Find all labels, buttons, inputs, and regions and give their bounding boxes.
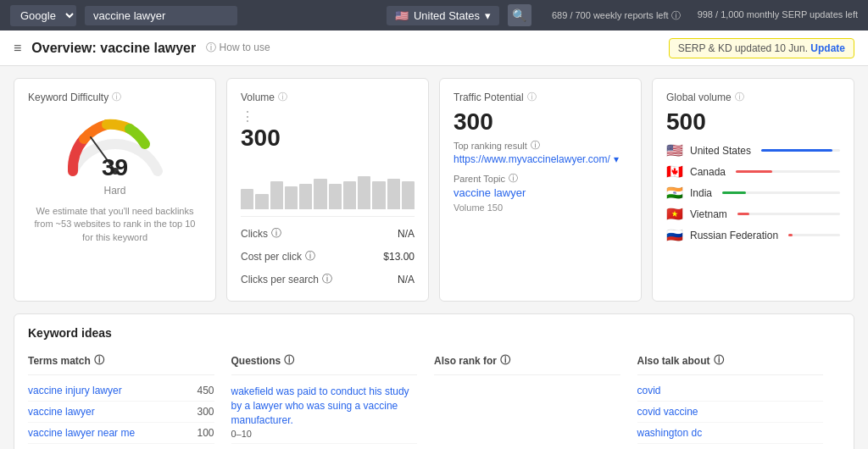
cpc-label: Cost per click <box>241 251 302 263</box>
bar-3 <box>270 181 283 209</box>
keyword-input[interactable] <box>85 6 237 25</box>
clicks-help-icon[interactable]: ⓘ <box>271 226 281 241</box>
cpc-value: $13.00 <box>383 251 415 263</box>
country-row-vn: 🇻🇳 Vietnam <box>666 206 840 222</box>
volume-menu-icon[interactable]: ⋮ <box>241 109 254 124</box>
terms-match-header: Terms match ⓘ <box>28 350 214 375</box>
vn-bar <box>737 213 750 215</box>
bar-10 <box>372 181 385 209</box>
bar-4 <box>285 186 298 209</box>
list-item: vaccine injury lawyer 450 <box>28 380 214 402</box>
top-result-label: Top ranking result ⓘ <box>453 139 627 152</box>
also-talk-help-icon[interactable]: ⓘ <box>714 353 724 368</box>
also-talk-link[interactable]: covid vaccine <box>637 406 698 418</box>
top-result-help-icon[interactable]: ⓘ <box>531 139 540 152</box>
global-volume-card: Global volume ⓘ 500 🇺🇸 United States 🇨🇦 … <box>652 78 854 302</box>
how-to-use-link[interactable]: ⓘ How to use <box>206 41 270 55</box>
flag-icon: 🇺🇸 <box>395 9 409 22</box>
parent-topic-help-icon[interactable]: ⓘ <box>509 172 518 185</box>
question-link[interactable]: wakefield was paid to conduct his study … <box>231 385 418 427</box>
list-item: wakefield was paid to conduct his study … <box>231 380 418 444</box>
bar-6 <box>314 179 326 209</box>
weekly-stat: 689 / 700 weekly reports left ⓘ <box>552 9 681 22</box>
country-row-ru: 🇷🇺 Russian Federation <box>666 227 840 243</box>
keyword-ideas-title: Keyword ideas <box>28 326 840 340</box>
kd-note: We estimate that you'll need backlinks f… <box>28 205 202 244</box>
also-rank-help-icon[interactable]: ⓘ <box>500 353 510 368</box>
cps-label: Clicks per search <box>241 274 319 285</box>
country-row-ca: 🇨🇦 Canada <box>666 164 840 180</box>
volume-card-header: Volume ⓘ ⋮ <box>241 91 415 125</box>
list-item: vaccine lawyer near me 100 <box>28 423 214 444</box>
country-row-in: 🇮🇳 India <box>666 185 840 201</box>
cpc-row: Cost per click ⓘ $13.00 <box>241 247 415 266</box>
volume-stats: Clicks ⓘ N/A Cost per click ⓘ $13.00 Cli… <box>241 216 415 289</box>
list-item: north carolina <box>637 444 824 449</box>
questions-col: Questions ⓘ wakefield was paid to conduc… <box>231 350 435 449</box>
questions-header: Questions ⓘ <box>231 350 418 375</box>
breadcrumb-bar: ≡ Overview: vaccine lawyer ⓘ How to use … <box>0 30 868 66</box>
menu-icon[interactable]: ≡ <box>14 41 21 56</box>
gv-help-icon[interactable]: ⓘ <box>735 91 744 103</box>
kd-help-icon[interactable]: ⓘ <box>112 91 121 103</box>
list-item: hcg doctor and lawyer who lost a lot of … <box>231 444 418 449</box>
vn-flag: 🇻🇳 <box>666 206 683 222</box>
us-flag: 🇺🇸 <box>666 142 683 158</box>
ca-bar <box>736 170 772 173</box>
volume-value: 300 <box>241 125 415 152</box>
bar-8 <box>343 181 356 209</box>
volume-help-icon[interactable]: ⓘ <box>278 91 287 103</box>
keyword-link[interactable]: vaccine lawyer <box>28 406 95 418</box>
update-link[interactable]: Update <box>810 42 845 54</box>
questions-help-icon[interactable]: ⓘ <box>284 353 294 368</box>
search-button[interactable]: 🔍 <box>508 4 531 26</box>
ru-flag: 🇷🇺 <box>666 227 683 243</box>
also-rank-header: Also rank for ⓘ <box>434 350 620 375</box>
parent-topic-value[interactable]: vaccine lawyer <box>453 186 627 199</box>
gauge-container: 39 <box>60 112 170 180</box>
bar-5 <box>299 184 312 209</box>
clicks-row: Clicks ⓘ N/A <box>241 224 415 243</box>
in-flag: 🇮🇳 <box>666 185 683 201</box>
top-result-url[interactable]: https://www.myvaccinelawyer.com/ ▾ <box>453 153 627 165</box>
country-list: 🇺🇸 United States 🇨🇦 Canada 🇮🇳 India 🇻🇳 <box>666 142 840 243</box>
tp-value: 300 <box>453 108 627 136</box>
tp-help-icon[interactable]: ⓘ <box>527 91 537 103</box>
us-bar <box>761 149 832 152</box>
bar-12 <box>402 181 415 209</box>
terms-match-help-icon[interactable]: ⓘ <box>94 353 104 368</box>
also-talk-link[interactable]: covid <box>637 385 661 396</box>
tp-card-title: Traffic Potential ⓘ <box>453 91 627 103</box>
also-talk-header: Also talk about ⓘ <box>637 350 824 375</box>
location-selector[interactable]: 🇺🇸 United States ▾ <box>387 6 499 25</box>
parent-topic-volume: Volume 150 <box>453 202 627 213</box>
also-talk-link[interactable]: washington dc <box>637 427 703 439</box>
chevron-down-icon: ▾ <box>614 153 619 165</box>
terms-match-col: Terms match ⓘ vaccine injury lawyer 450 … <box>28 350 231 449</box>
cpc-help-icon[interactable]: ⓘ <box>305 249 315 263</box>
list-item: vaccine lawyer 300 <box>28 402 214 423</box>
in-bar <box>722 191 746 194</box>
cps-help-icon[interactable]: ⓘ <box>322 272 332 286</box>
volume-card-title: Volume ⓘ <box>241 91 415 103</box>
gv-value: 500 <box>666 108 840 136</box>
kd-score: 39 <box>102 154 128 181</box>
usage-stats: 689 / 700 weekly reports left ⓘ 998 / 1,… <box>552 9 858 22</box>
traffic-potential-card: Traffic Potential ⓘ 300 Top ranking resu… <box>439 78 642 302</box>
kd-rating: Hard <box>28 185 202 197</box>
gv-card-title: Global volume ⓘ <box>666 91 840 103</box>
keyword-ideas-grid: Terms match ⓘ vaccine injury lawyer 450 … <box>28 350 840 449</box>
keyword-link[interactable]: vaccine lawyer near me <box>28 427 135 439</box>
engine-select[interactable]: Google <box>10 5 76 26</box>
bar-9 <box>358 176 370 209</box>
in-name: India <box>690 187 712 199</box>
keyword-link[interactable]: vaccine injury lawyer <box>28 385 122 396</box>
list-item: my vaccine lawyer 100 <box>28 444 214 449</box>
list-item: covid <box>637 380 824 402</box>
chevron-down-icon: ▾ <box>485 9 491 22</box>
also-rank-col: Also rank for ⓘ <box>434 350 637 449</box>
clicks-value: N/A <box>398 228 415 240</box>
clicks-label: Clicks <box>241 228 268 240</box>
list-item: washington dc <box>637 423 824 444</box>
page-title: Overview: vaccine lawyer <box>31 41 196 56</box>
